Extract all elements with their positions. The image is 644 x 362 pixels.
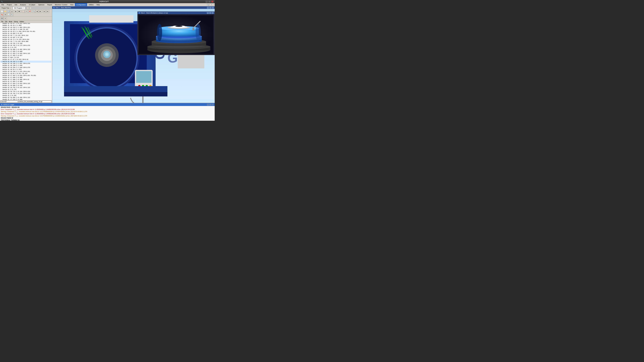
svg-point-17 (106, 53, 108, 56)
view2-maximize[interactable]: □ (209, 12, 211, 14)
tb-config[interactable]: 🔧 (10, 13, 14, 16)
view2-panel: V View 2 - Stock (Workpiece) (always on … (138, 11, 215, 55)
view1-title-text: View 1 - Base (Machine) (56, 7, 71, 8)
tb-start[interactable]: ⏮ (43, 10, 46, 13)
nc-line-22: N4290 G1 X8.199 Z-1.046 (0, 65, 52, 67)
nc-line-text-1: N4080 G2 X6.877 Z-0.311 CR=0.315 (2, 23, 52, 24)
nc-line-text-3: N4100 G2 X8.318 Z-1.003 CR=0.021 (2, 26, 52, 29)
tb-copy[interactable]: 📋 (22, 10, 25, 13)
logger-content[interactable]: ROUGH FACE - ROUGH ODError: Component 'Y… (0, 106, 215, 121)
view2-close[interactable]: × (212, 12, 214, 14)
menu-utilities[interactable]: Utilities (87, 3, 95, 6)
nc-line-text-28: N4350 G1 X7.896 Z-0.908 (2, 77, 52, 79)
view2-minimize[interactable]: _ (207, 12, 209, 14)
close-nc-program-tab[interactable]: × (23, 7, 24, 9)
nc-code-area[interactable]: N4070 G2 X6.693 Z-0.089 CR=0.029 N4080 G… (0, 23, 52, 100)
nc-line-39: N4460 G1 X7.526 Z-0.808 (0, 99, 52, 100)
nc-line-14: N4210 G2 X6.886 Z-0.402 CR=0.315 (0, 49, 52, 51)
tb-stop[interactable]: ⏹ (18, 10, 21, 13)
log-entry-3: Error: Component 'Y_1_' exceeded minimum… (1, 113, 214, 115)
right-panel: V View 1 - Base (Machine) _ □ × (52, 6, 215, 103)
panel-restore-button[interactable]: ◁ (26, 7, 29, 9)
nc-toolbar-row2: 💾 ↺ (0, 16, 52, 20)
tb-paste[interactable]: 📌 (28, 10, 31, 13)
tb-end[interactable]: ⏭ (46, 10, 49, 13)
view1-titlebar: V View 1 - Base (Machine) _ □ × (52, 6, 215, 9)
tb-cut[interactable]: ✂ (25, 10, 28, 13)
nc-line-text-16: N4230 G2 X7.953 Z-0.926 CR=0.315 (2, 53, 52, 55)
toolbar-help-button[interactable]: ? (209, 4, 212, 6)
view1-icon: V (53, 7, 55, 8)
close-project-tree-tab[interactable]: × (10, 7, 11, 9)
nc-line-text-30: N4370 G1 X7.883 Z-0.905 (2, 81, 52, 83)
view1-close[interactable]: × (212, 7, 214, 8)
tb2-save[interactable]: 💾 (0, 17, 4, 20)
menu-view[interactable]: View (69, 3, 75, 6)
nc-line-number: Line 427 (0, 101, 18, 102)
menu-xcaliper[interactable]: X-Caliper (27, 3, 37, 6)
tb-chart[interactable]: 📊 (7, 13, 10, 16)
nc-line-text-34: N4410 G1 Z-0.179 (2, 89, 52, 91)
toolbar-search-button[interactable]: 🔍 (207, 4, 209, 6)
nc-line-text-25: N4320 G2 X8.349 Z-1.076 CR=0.031 (2, 71, 52, 73)
tb-next[interactable]: ▶ (39, 10, 42, 13)
menu-configuration[interactable]: Configuration (75, 3, 87, 6)
tb-reload[interactable]: 🔄 (7, 10, 10, 13)
view1-minimize[interactable]: _ (207, 7, 209, 8)
nc-line-36: N4430 G2 X6.702 Z-0.222 CR=0.029 (0, 93, 52, 95)
nc-line-33: N4400 G2 X6.702 Z-0.222 CR=0.315 (0, 87, 52, 89)
menu-analysis[interactable]: Analysis (18, 3, 27, 6)
tab-nc-program[interactable]: NC Program × (12, 6, 25, 9)
panel-maximize-button[interactable]: □ (29, 7, 32, 9)
nc-line-text-4: N4110 G1 X8.315 Z-1.046 F0.197 (2, 29, 52, 31)
nc-line-text-17: N4240 G1 X7.955 Z-0.927 (2, 55, 52, 57)
nc-line-text-31: N4380 G2 X7.664 Z-0.834 CR=0.315 (2, 83, 52, 85)
nc-line-text-22: N4290 G1 X8.199 Z-1.046 (2, 65, 52, 67)
maximize-button[interactable]: □ (208, 0, 211, 2)
close-button[interactable]: × (211, 0, 214, 2)
nc-line-23: N4300 G3 X8.204 Z-1.048 CR=0.079 (0, 67, 52, 69)
logger-maximize[interactable]: □ (209, 104, 212, 106)
logger-title-text: VERICUT Logger (3, 104, 14, 105)
nc-line-38: N4450 G2 X6.886 Z-0.488 CR=0.315 (0, 97, 52, 99)
workpiece-view[interactable] (138, 14, 214, 55)
tb-prev[interactable]: ◀ (36, 10, 39, 13)
menu-optimize[interactable]: Optimize (37, 3, 46, 6)
nc-menu-file[interactable]: File (0, 21, 4, 22)
minimize-button[interactable]: _ (206, 0, 208, 2)
view1-maximize[interactable]: □ (209, 7, 212, 8)
menu-info[interactable]: Info (13, 3, 18, 6)
nc-line-text-35: N4420 G3 X6.743 Z-0.194 CR=0.016 (2, 91, 52, 93)
tb2-refresh[interactable]: ↺ (4, 17, 7, 20)
nc-line-31: N4380 G2 X7.664 Z-0.834 CR=0.315 (0, 83, 52, 85)
nc-line-5: N4120 G3 X8.26 Z-1.046 CR=0.019 F0.051 (0, 31, 52, 33)
tb-settings[interactable]: ⚙ (4, 13, 7, 16)
panel-tabs: Project Tree × NC Program × ◁ □ (0, 6, 52, 9)
nc-line-text-38: N4450 G2 X6.886 Z-0.488 CR=0.315 (2, 97, 52, 99)
menu-help[interactable]: Help (95, 3, 101, 6)
app-title: VERICUT (99, 0, 109, 2)
nc-line-text-36: N4430 G2 X6.702 Z-0.222 CR=0.029 (2, 93, 52, 95)
tb-new[interactable]: 📄 (0, 10, 4, 13)
menu-report[interactable]: Report (46, 3, 54, 6)
tb-run[interactable]: ▶ (14, 10, 18, 13)
menu-machine-control[interactable]: Machine / Control (54, 3, 69, 6)
tb-print[interactable]: 🖨 (10, 10, 14, 13)
menu-project[interactable]: Project (6, 3, 13, 6)
logger-icon: V (1, 104, 2, 105)
nc-menu-debug[interactable]: Debug (13, 21, 18, 22)
tb-bookmark[interactable]: 🔖 (0, 13, 4, 16)
tab-project-tree[interactable]: Project Tree × (0, 6, 12, 9)
nc-menu-utilities[interactable]: Utilities (19, 21, 24, 22)
tb-open[interactable]: 📂 (4, 10, 7, 13)
menu-file[interactable]: File (0, 3, 6, 6)
logger-controls: _ □ × (207, 104, 214, 106)
toolbar-close-button[interactable]: × (212, 4, 214, 6)
logger-minimize[interactable]: _ (207, 104, 209, 106)
nc-menu-edit[interactable]: Edit (4, 21, 8, 22)
nc-line-text-8: N4150 G1 X6.697 Z-0.139 (2, 37, 52, 39)
machine-view[interactable]: GROB G350 G350 (52, 9, 215, 103)
tb-find[interactable]: 🔍 (32, 10, 35, 13)
logger-close[interactable]: × (212, 104, 214, 106)
nc-menu-mode[interactable]: Mode (8, 21, 13, 22)
